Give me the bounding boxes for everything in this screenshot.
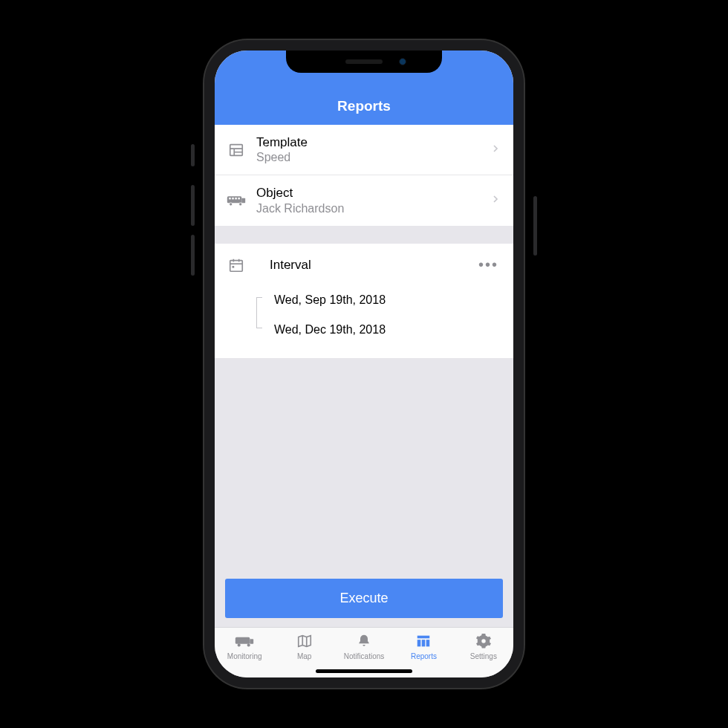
svg-rect-5 (241, 198, 245, 204)
config-section: Template Speed (215, 125, 513, 226)
svg-rect-18 (250, 639, 254, 644)
app-screen: Reports Template Speed (215, 51, 513, 677)
interval-end-date[interactable]: Wed, Dec 19th, 2018 (262, 315, 501, 345)
chevron-right-icon (490, 193, 501, 208)
tab-settings[interactable]: Settings (454, 632, 513, 677)
template-title: Template (256, 134, 490, 150)
svg-rect-25 (417, 640, 421, 646)
map-icon (295, 632, 314, 650)
svg-rect-27 (426, 640, 430, 646)
phone-notch (286, 51, 442, 73)
interval-title: Interval (256, 258, 475, 273)
template-icon (227, 140, 246, 160)
svg-rect-8 (229, 198, 230, 199)
svg-rect-26 (422, 640, 426, 646)
svg-marker-21 (298, 636, 311, 647)
svg-rect-11 (238, 198, 239, 199)
svg-rect-24 (417, 636, 430, 639)
tab-label: Reports (411, 652, 437, 660)
gear-icon (474, 632, 493, 650)
tab-label: Settings (470, 652, 497, 660)
interval-section: Interval ••• Wed, Sep 19th, 2018 Wed, De… (215, 244, 513, 358)
reports-icon (414, 632, 433, 650)
chevron-right-icon (490, 143, 501, 157)
bus-icon (227, 191, 246, 210)
interval-bracket (256, 285, 257, 340)
object-value: Jack Richardson (256, 201, 490, 216)
svg-rect-9 (232, 198, 233, 199)
tab-label: Map (297, 652, 311, 660)
svg-point-20 (247, 643, 250, 646)
tab-label: Notifications (344, 652, 384, 660)
template-value: Speed (256, 150, 490, 165)
svg-rect-0 (230, 144, 243, 155)
svg-rect-4 (227, 196, 242, 203)
object-title: Object (256, 185, 490, 201)
tab-monitoring[interactable]: Monitoring (215, 632, 274, 677)
tab-label: Monitoring (227, 652, 262, 660)
object-row[interactable]: Object Jack Richardson (215, 175, 513, 225)
home-indicator[interactable] (316, 669, 412, 673)
more-icon[interactable]: ••• (475, 256, 501, 273)
page-title: Reports (337, 98, 391, 114)
svg-point-19 (238, 643, 241, 646)
svg-rect-17 (235, 637, 250, 643)
svg-point-7 (239, 203, 242, 206)
section-gap (215, 226, 513, 244)
bus-icon (235, 632, 254, 650)
svg-rect-10 (235, 198, 236, 199)
template-row[interactable]: Template Speed (215, 125, 513, 175)
bell-icon (354, 632, 374, 650)
interval-start-date[interactable]: Wed, Sep 19th, 2018 (262, 285, 501, 315)
svg-point-6 (230, 203, 233, 206)
svg-rect-16 (233, 265, 235, 267)
phone-frame: Reports Template Speed (204, 40, 524, 688)
calendar-icon (227, 256, 246, 275)
svg-point-28 (481, 639, 486, 643)
execute-button[interactable]: Execute (225, 579, 503, 618)
svg-rect-12 (230, 260, 243, 271)
